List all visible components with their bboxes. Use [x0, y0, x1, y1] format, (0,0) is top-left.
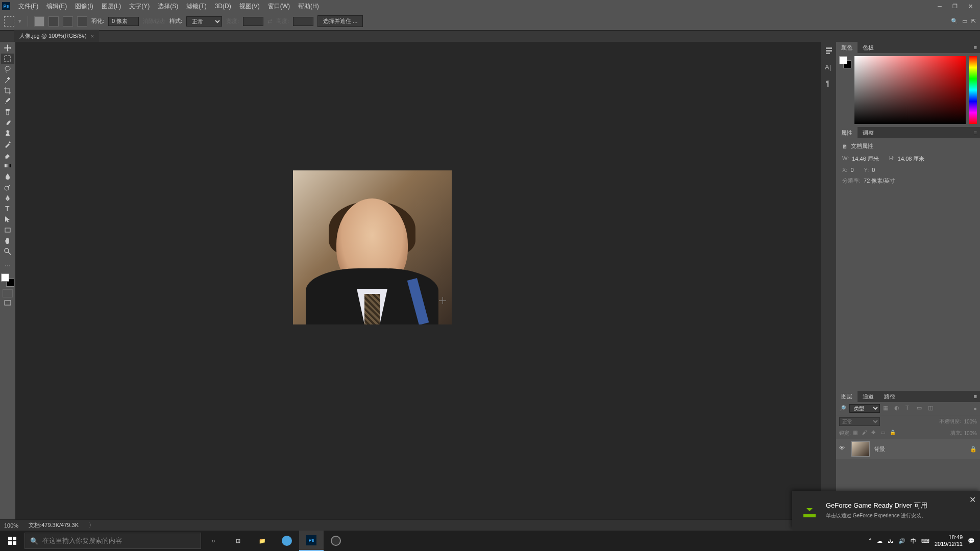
- tray-keyboard-icon[interactable]: ⌨: [921, 538, 929, 544]
- tray-ime-indicator[interactable]: 中: [911, 537, 916, 545]
- style-select[interactable]: 正常: [186, 16, 222, 27]
- tray-onedrive-icon[interactable]: ☁: [877, 538, 883, 544]
- character-panel-icon[interactable]: A|: [824, 62, 834, 71]
- tab-swatches[interactable]: 色板: [857, 42, 879, 53]
- tab-adjustments[interactable]: 调整: [857, 127, 879, 138]
- filter-toggle-icon[interactable]: ●: [973, 406, 977, 412]
- menu-type[interactable]: 文字(Y): [125, 2, 154, 11]
- filter-search-icon[interactable]: 🔎: [839, 405, 846, 412]
- tray-notifications-icon[interactable]: 💬: [968, 538, 975, 544]
- selection-intersect-icon[interactable]: [77, 16, 87, 27]
- search-icon[interactable]: 🔍: [951, 18, 958, 24]
- photoshop-taskbar-icon[interactable]: Ps: [299, 531, 324, 551]
- menu-image[interactable]: 图像(I): [71, 2, 97, 11]
- hand-tool[interactable]: [1, 236, 14, 246]
- start-button[interactable]: [0, 531, 24, 551]
- status-chevron-icon[interactable]: 〉: [89, 521, 94, 529]
- chevron-down-icon[interactable]: ▾: [18, 18, 21, 24]
- history-brush-tool[interactable]: [1, 139, 14, 149]
- notification-toast[interactable]: GeForce Game Ready Driver 可用 单击以通过 GeFor…: [792, 491, 980, 530]
- foreground-background-colors[interactable]: [1, 273, 14, 287]
- move-tool[interactable]: [1, 43, 14, 53]
- menu-window[interactable]: 窗口(W): [264, 2, 294, 11]
- minimize-button[interactable]: ─: [932, 0, 947, 12]
- color-panel-menu-icon[interactable]: ≡: [974, 44, 977, 51]
- obs-icon[interactable]: [324, 531, 348, 551]
- properties-panel-menu-icon[interactable]: ≡: [974, 130, 977, 136]
- magic-wand-tool[interactable]: [1, 75, 14, 85]
- blur-tool[interactable]: [1, 171, 14, 182]
- type-tool[interactable]: T: [1, 204, 14, 214]
- layer-visibility-icon[interactable]: 👁: [839, 445, 847, 453]
- filter-pixel-icon[interactable]: ▦: [883, 405, 891, 413]
- crop-tool[interactable]: [1, 86, 14, 96]
- layers-panel-menu-icon[interactable]: ≡: [974, 393, 977, 399]
- menu-filter[interactable]: 滤镜(T): [182, 2, 210, 11]
- menu-layer[interactable]: 图层(L): [97, 2, 126, 11]
- gradient-tool[interactable]: [1, 161, 14, 171]
- pen-tool[interactable]: [1, 193, 14, 203]
- taskbar-search[interactable]: 🔍 在这里输入你要搜索的内容: [24, 533, 201, 549]
- tab-color[interactable]: 颜色: [836, 42, 857, 53]
- quick-mask-button[interactable]: [3, 289, 13, 297]
- share-icon[interactable]: ⇱: [971, 18, 976, 24]
- current-tool-icon[interactable]: [4, 16, 14, 27]
- history-panel-icon[interactable]: [824, 46, 834, 55]
- lock-transparency-icon[interactable]: ▦: [853, 430, 860, 437]
- color-fg-bg-swatch[interactable]: [839, 56, 851, 68]
- foreground-color[interactable]: [1, 273, 9, 282]
- blend-mode-select[interactable]: 正常: [839, 417, 880, 426]
- lock-pixels-icon[interactable]: 🖌: [862, 430, 869, 437]
- clone-stamp-tool[interactable]: [1, 129, 14, 139]
- selection-add-icon[interactable]: [48, 16, 59, 27]
- app-icon-1[interactable]: [275, 531, 299, 551]
- healing-brush-tool[interactable]: [1, 107, 14, 117]
- cortana-icon[interactable]: ○: [201, 531, 226, 551]
- tray-chevron-icon[interactable]: ˄: [869, 538, 872, 544]
- tray-volume-icon[interactable]: 🔊: [898, 538, 905, 544]
- layer-name[interactable]: 背景: [874, 445, 885, 453]
- brush-tool[interactable]: [1, 118, 14, 128]
- lock-position-icon[interactable]: ✥: [871, 430, 878, 437]
- tab-properties[interactable]: 属性: [836, 127, 857, 138]
- tab-close-icon[interactable]: ×: [91, 33, 94, 39]
- layer-filter-select[interactable]: 类型: [849, 404, 880, 413]
- feather-input[interactable]: [108, 17, 139, 26]
- select-and-mask-button[interactable]: 选择并遮住 ...: [317, 15, 363, 27]
- canvas-area[interactable]: [15, 42, 821, 519]
- dodge-tool[interactable]: [1, 182, 14, 192]
- menu-edit[interactable]: 编辑(E): [42, 2, 71, 11]
- color-saturation-field[interactable]: [854, 56, 966, 124]
- color-hue-slider[interactable]: [969, 56, 977, 124]
- close-button[interactable]: ✕: [963, 0, 978, 12]
- filter-smart-icon[interactable]: ◫: [928, 405, 936, 413]
- menu-help[interactable]: 帮助(H): [294, 2, 323, 11]
- selection-new-icon[interactable]: [34, 16, 44, 27]
- task-view-icon[interactable]: ⊞: [226, 531, 250, 551]
- menu-view[interactable]: 视图(V): [235, 2, 264, 11]
- tray-clock[interactable]: 18:49 2019/12/11: [935, 534, 963, 547]
- edit-toolbar-icon[interactable]: ⋯: [1, 261, 14, 271]
- document-tab[interactable]: 人像.jpg @ 100%(RGB/8#) ×: [14, 30, 99, 42]
- tab-layers[interactable]: 图层: [836, 391, 857, 402]
- menu-3d[interactable]: 3D(D): [211, 3, 235, 10]
- workspace-icon[interactable]: ▭: [962, 18, 967, 24]
- menu-file[interactable]: 文件(F): [14, 2, 42, 11]
- filter-shape-icon[interactable]: ▭: [917, 405, 925, 413]
- zoom-tool[interactable]: [1, 246, 14, 257]
- maximize-button[interactable]: ❐: [947, 0, 963, 12]
- eyedropper-tool[interactable]: [1, 96, 14, 107]
- filter-adjustment-icon[interactable]: ◐: [894, 405, 902, 413]
- lasso-tool[interactable]: [1, 64, 14, 74]
- marquee-tool[interactable]: [1, 54, 14, 64]
- screen-mode-button[interactable]: [1, 298, 14, 308]
- zoom-level[interactable]: 100%: [4, 522, 18, 529]
- layer-thumbnail[interactable]: [851, 441, 870, 457]
- tab-paths[interactable]: 路径: [879, 391, 900, 402]
- lock-all-icon[interactable]: 🔒: [890, 430, 897, 437]
- document-size[interactable]: 文档:479.3K/479.3K: [29, 521, 79, 529]
- tray-network-icon[interactable]: 🖧: [888, 538, 893, 544]
- rectangle-tool[interactable]: [1, 225, 14, 235]
- antialias-checkbox[interactable]: 消除锯齿: [143, 17, 165, 25]
- filter-type-icon[interactable]: T: [905, 405, 914, 413]
